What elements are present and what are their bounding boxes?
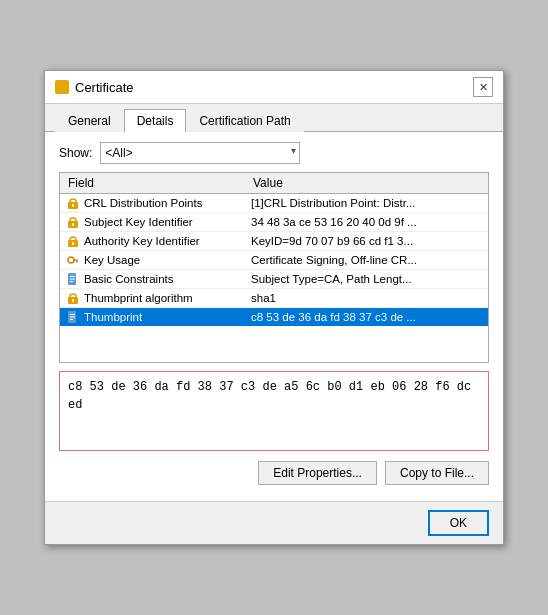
svg-rect-21 [70, 317, 75, 318]
field-name: Authority Key Identifier [84, 235, 200, 247]
field-value: c8 53 de 36 da fd 38 37 c3 de ... [245, 309, 488, 325]
svg-rect-7 [70, 237, 76, 242]
svg-rect-4 [70, 218, 76, 223]
table-row[interactable]: Authority Key Identifier KeyID=9d 70 07 … [60, 232, 488, 251]
lock-icon [66, 215, 80, 229]
edit-properties-button[interactable]: Edit Properties... [258, 461, 377, 485]
table-row[interactable]: Thumbprint c8 53 de 36 da fd 38 37 c3 de… [60, 308, 488, 326]
tab-content: Show: <All> Version 1 Fields Only Extens… [45, 132, 503, 501]
show-select[interactable]: <All> Version 1 Fields Only Extensions O… [100, 142, 300, 164]
detail-value-box: c8 53 de 36 da fd 38 37 c3 de a5 6c b0 d… [59, 371, 489, 451]
field-name: Thumbprint algorithm [84, 292, 193, 304]
svg-rect-18 [72, 299, 74, 302]
show-select-wrapper: <All> Version 1 Fields Only Extensions O… [100, 142, 300, 164]
show-label: Show: [59, 146, 92, 160]
field-name: Basic Constraints [84, 273, 173, 285]
copy-to-file-button[interactable]: Copy to File... [385, 461, 489, 485]
table-row[interactable]: Key Usage Certificate Signing, Off-line … [60, 251, 488, 270]
table-body[interactable]: CRL Distribution Points [1]CRL Distribut… [60, 194, 488, 362]
field-value: KeyID=9d 70 07 b9 66 cd f1 3... [245, 233, 488, 249]
svg-rect-8 [72, 242, 74, 245]
svg-rect-17 [70, 294, 76, 299]
table-row[interactable]: Basic Constraints Subject Type=CA, Path … [60, 270, 488, 289]
svg-rect-2 [72, 204, 74, 207]
ok-button[interactable]: OK [428, 510, 489, 536]
lock-icon [66, 291, 80, 305]
doc-icon [66, 310, 80, 324]
tab-general[interactable]: General [55, 109, 124, 132]
field-value: 34 48 3a ce 53 16 20 40 0d 9f ... [245, 214, 488, 230]
svg-rect-13 [70, 276, 75, 277]
field-value: sha1 [245, 290, 488, 306]
tab-certification-path[interactable]: Certification Path [186, 109, 303, 132]
field-name: Key Usage [84, 254, 140, 266]
field-name: Thumbprint [84, 311, 142, 323]
cert-icon [55, 80, 69, 94]
lock-icon [66, 196, 80, 210]
svg-rect-22 [70, 319, 73, 320]
action-buttons: Edit Properties... Copy to File... [59, 461, 489, 485]
table-row[interactable]: Thumbprint algorithm sha1 [60, 289, 488, 308]
certificate-dialog: Certificate ✕ General Details Certificat… [44, 70, 504, 545]
footer: OK [45, 501, 503, 544]
field-name: CRL Distribution Points [84, 197, 202, 209]
svg-rect-14 [70, 279, 75, 280]
lock-icon [66, 234, 80, 248]
field-name: Subject Key Identifier [84, 216, 193, 228]
fields-table: Field Value CRL Distribution Points [1]C… [59, 172, 489, 363]
svg-rect-20 [70, 314, 75, 315]
svg-rect-15 [70, 281, 73, 282]
show-row: Show: <All> Version 1 Fields Only Extens… [59, 142, 489, 164]
svg-rect-11 [76, 261, 78, 263]
table-row[interactable]: Subject Key Identifier 34 48 3a ce 53 16… [60, 213, 488, 232]
field-value: Certificate Signing, Off-line CR... [245, 252, 488, 268]
col-value: Value [245, 173, 488, 193]
field-value: Subject Type=CA, Path Lengt... [245, 271, 488, 287]
field-value: [1]CRL Distribution Point: Distr... [245, 195, 488, 211]
col-field: Field [60, 173, 245, 193]
dialog-title: Certificate [75, 80, 134, 95]
tab-details[interactable]: Details [124, 109, 187, 132]
close-button[interactable]: ✕ [473, 77, 493, 97]
title-bar: Certificate ✕ [45, 71, 503, 104]
svg-rect-1 [70, 199, 76, 204]
svg-rect-5 [72, 223, 74, 226]
key-icon [66, 253, 80, 267]
doc-icon [66, 272, 80, 286]
tab-bar: General Details Certification Path [45, 104, 503, 132]
title-bar-left: Certificate [55, 80, 134, 95]
table-header: Field Value [60, 173, 488, 194]
table-row[interactable]: CRL Distribution Points [1]CRL Distribut… [60, 194, 488, 213]
